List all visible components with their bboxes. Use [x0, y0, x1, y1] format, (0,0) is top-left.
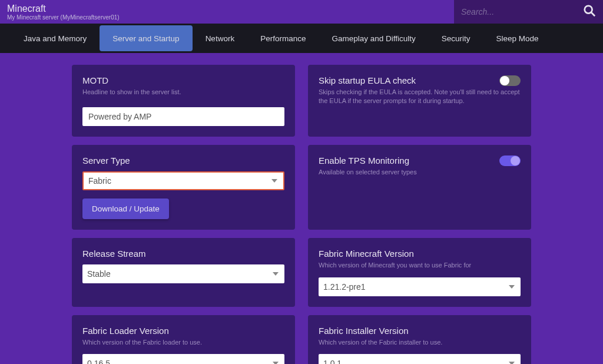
tps-toggle[interactable] — [499, 155, 521, 166]
card-eula: Skip startup EULA check Skips checking i… — [308, 65, 531, 137]
svg-point-0 — [585, 6, 592, 14]
tab-performance[interactable]: Performance — [247, 24, 319, 53]
fabric-mc-title: Fabric Minecraft Version — [319, 249, 521, 259]
eula-toggle[interactable] — [499, 75, 521, 86]
row-2: Server Type Fabric Download / Update Ena… — [72, 145, 531, 230]
eula-title: Skip startup EULA check — [319, 75, 521, 85]
card-server-type: Server Type Fabric Download / Update — [72, 145, 295, 230]
search-input[interactable] — [461, 7, 583, 16]
tab-security[interactable]: Security — [429, 24, 483, 53]
fabric-mc-select[interactable]: 1.21.2-pre1 — [319, 277, 521, 296]
toggle-knob — [511, 156, 520, 166]
svg-line-1 — [591, 12, 595, 16]
tps-desc: Available on selected server types — [319, 168, 521, 177]
card-fabric-installer: Fabric Installer Version Which version o… — [308, 315, 531, 364]
tab-sleep-mode[interactable]: Sleep Mode — [483, 24, 552, 53]
card-fabric-loader: Fabric Loader Version Which version of t… — [72, 315, 295, 364]
release-stream-title: Release Stream — [82, 249, 284, 259]
app-subtitle: My Minecraft server (MyMinecraftserver01… — [7, 14, 120, 21]
card-motd: MOTD Headline to show in the server list… — [72, 65, 295, 137]
fabric-installer-select[interactable]: 1.0.1 — [319, 354, 521, 364]
row-3: Release Stream Stable Fabric Minecraft V… — [72, 238, 531, 306]
tab-network[interactable]: Network — [193, 24, 248, 53]
fabric-loader-title: Fabric Loader Version — [82, 326, 284, 336]
download-update-button[interactable]: Download / Update — [82, 198, 169, 219]
header-bar: Minecraft My Minecraft server (MyMinecra… — [0, 0, 603, 24]
search-container — [454, 0, 603, 24]
tab-server-startup[interactable]: Server and Startup — [100, 25, 192, 51]
server-type-select[interactable]: Fabric — [82, 171, 284, 190]
app-title: Minecraft — [7, 4, 120, 14]
row-4: Fabric Loader Version Which version of t… — [72, 315, 531, 364]
tab-bar: Java and Memory Server and Startup Netwo… — [0, 24, 603, 53]
card-tps: Enable TPS Monitoring Available on selec… — [308, 145, 531, 230]
toggle-knob — [500, 76, 509, 85]
server-type-title: Server Type — [82, 155, 284, 166]
header-title-block: Minecraft My Minecraft server (MyMinecra… — [7, 4, 120, 21]
search-icon[interactable] — [583, 4, 596, 19]
tps-title: Enable TPS Monitoring — [319, 155, 521, 166]
card-fabric-mc: Fabric Minecraft Version Which version o… — [308, 238, 531, 306]
fabric-loader-desc: Which version of the Fabric loader to us… — [82, 338, 284, 347]
tab-gameplay-difficulty[interactable]: Gameplay and Difficulty — [319, 24, 428, 53]
fabric-installer-desc: Which version of the Fabric installer to… — [319, 338, 521, 347]
release-stream-select[interactable]: Stable — [82, 264, 284, 283]
fabric-loader-select[interactable]: 0.16.5 — [82, 354, 284, 364]
motd-title: MOTD — [82, 75, 284, 85]
card-release-stream: Release Stream Stable — [72, 238, 295, 306]
motd-input[interactable] — [82, 107, 284, 126]
motd-desc: Headline to show in the server list. — [82, 88, 284, 97]
eula-desc: Skips checking if the EULA is accepted. … — [319, 88, 521, 106]
row-1: MOTD Headline to show in the server list… — [72, 65, 531, 137]
fabric-mc-desc: Which version of Minecraft you want to u… — [319, 261, 521, 270]
tab-java-memory[interactable]: Java and Memory — [11, 24, 100, 53]
content-area: MOTD Headline to show in the server list… — [0, 53, 603, 364]
fabric-installer-title: Fabric Installer Version — [319, 326, 521, 336]
